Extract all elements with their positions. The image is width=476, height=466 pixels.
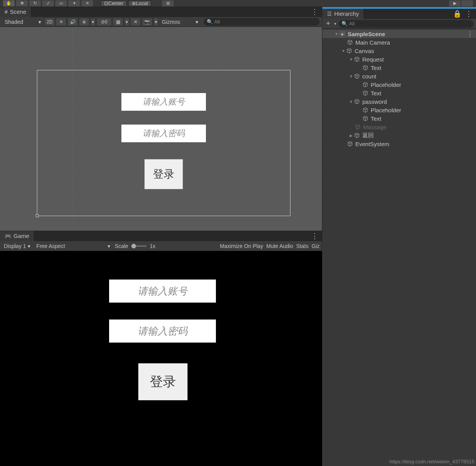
aspect-dropdown[interactable]: Free Aspect▾	[35, 243, 112, 249]
hierarchy-search-input[interactable]: 🔍 All	[338, 20, 474, 28]
display-dropdown[interactable]: Display 1▾	[2, 243, 32, 249]
scale-tool-icon[interactable]: ⤢	[42, 0, 54, 7]
gameobject-icon	[346, 48, 352, 54]
canvas-handle-icon[interactable]	[36, 214, 39, 217]
search-icon: 🔍	[207, 19, 213, 25]
rotate-tool-icon[interactable]: ↻	[29, 0, 41, 7]
hierarchy-item-main-camera[interactable]: Main Camera	[322, 38, 476, 47]
gameobject-icon	[354, 98, 360, 105]
scene-menu-icon[interactable]: ⋮	[467, 30, 476, 37]
chevron-down-icon: ▾	[108, 243, 110, 249]
chevron-down-icon: ▾	[28, 243, 30, 249]
chevron-down-icon: ▾	[196, 19, 198, 25]
hierarchy-tree: ▼ ◈ SampleScene ⋮ Main Camera ▼ Canvas ▼…	[322, 29, 476, 466]
game-toolbar: Display 1▾ Free Aspect▾ Scale 1x Maximiz…	[0, 241, 322, 251]
local-icon: ⊕	[132, 0, 136, 6]
hierarchy-item-back[interactable]: ▶ 返回	[322, 131, 476, 140]
canvas-bounds[interactable]	[37, 70, 290, 216]
center-icon: ⊡	[104, 0, 108, 6]
hierarchy-toolbar: + ▾ 🔍 All	[322, 19, 476, 29]
scene-viewport[interactable]: 请输入账号 请输入密码 登录	[0, 27, 322, 231]
scene-toolbar: Shaded▾ 2D ☀ 🔊 ※ ▾ ⊘0 ▦ ▾ ✕ 📷 ▾ Gizmos▾ …	[0, 17, 322, 27]
hierarchy-item-count-text[interactable]: Text	[322, 89, 476, 97]
foldout-icon[interactable]: ▼	[348, 74, 354, 78]
move-tool-icon[interactable]: ✥	[16, 0, 28, 7]
custom-tool-icon[interactable]: ✕	[81, 0, 93, 7]
scene-row[interactable]: ▼ ◈ SampleScene ⋮	[322, 30, 476, 38]
hierarchy-item-eventsystem[interactable]: EventSystem	[322, 140, 476, 148]
gameobject-icon	[362, 90, 368, 96]
hierarchy-item-password-text[interactable]: Text	[322, 114, 476, 123]
hierarchy-tab-header: ☰ Hierarchy 🔒 ⋮	[322, 9, 476, 19]
foldout-icon[interactable]: ▼	[348, 100, 354, 104]
hierarchy-item-canvas[interactable]: ▼ Canvas	[322, 47, 476, 55]
grid-icon[interactable]: ▦	[113, 18, 123, 26]
foldout-icon[interactable]: ▶	[348, 133, 354, 138]
gameobject-icon	[354, 132, 360, 138]
game-password-input[interactable]: 请输入密码	[109, 320, 216, 343]
scene-tab-menu-icon[interactable]: ⋮	[307, 8, 322, 16]
hierarchy-icon: ☰	[327, 11, 332, 17]
tools-icon[interactable]: ✕	[130, 18, 141, 26]
pause-button[interactable]	[461, 0, 473, 7]
game-login-button[interactable]: 登录	[138, 363, 187, 400]
lock-icon[interactable]: 🔒	[453, 10, 461, 18]
gameobject-icon	[347, 39, 353, 45]
hierarchy-item-password[interactable]: ▼ password	[322, 97, 476, 106]
chevron-down-icon[interactable]: ▾	[334, 22, 336, 26]
foldout-icon[interactable]: ▼	[334, 32, 339, 36]
login-button[interactable]: 登录	[144, 159, 183, 189]
scale-value: 1x	[150, 243, 156, 249]
foldout-icon[interactable]: ▼	[341, 49, 346, 53]
pivot-local-button[interactable]: ⊕Local	[128, 0, 151, 7]
gameobject-icon	[354, 56, 360, 62]
play-button[interactable]: ▶	[449, 0, 461, 7]
shading-mode-dropdown[interactable]: Shaded▾	[2, 19, 43, 25]
foldout-icon[interactable]: ▼	[348, 57, 354, 62]
hierarchy-item-password-placeholder[interactable]: Placeholder	[322, 106, 476, 114]
scene-tab[interactable]: # Scene	[0, 7, 31, 17]
gizmos-toggle[interactable]: Giz	[312, 243, 320, 249]
hierarchy-tab-menu-icon[interactable]: ⋮	[465, 10, 472, 18]
grid-dropdown-icon[interactable]: ▾	[124, 18, 129, 26]
snap-icon[interactable]: ⊞	[162, 0, 174, 7]
scene-icon: #	[5, 9, 8, 15]
chevron-down-icon: ▾	[38, 19, 41, 25]
transform-tool-icon[interactable]: ✦	[68, 0, 80, 7]
hierarchy-item-count-placeholder[interactable]: Placeholder	[322, 80, 476, 89]
search-icon: 🔍	[342, 21, 348, 27]
hierarchy-tab[interactable]: ☰ Hierarchy	[322, 9, 364, 19]
game-tab-header: 🎮 Game ⋮	[0, 231, 322, 241]
scene-search-input[interactable]: 🔍 All	[204, 18, 320, 26]
camera-icon[interactable]: 📷	[142, 18, 153, 26]
game-account-input[interactable]: 请输入账号	[109, 280, 216, 303]
gameobject-icon	[355, 124, 361, 130]
pivot-center-button[interactable]: ⊡Center	[101, 0, 127, 7]
game-tab-menu-icon[interactable]: ⋮	[307, 232, 322, 240]
hierarchy-item-request-text[interactable]: Text	[322, 63, 476, 72]
game-tab[interactable]: 🎮 Game	[0, 231, 34, 241]
fx-dropdown-icon[interactable]: ▾	[90, 18, 96, 26]
lighting-icon[interactable]: ☀	[56, 18, 66, 26]
hierarchy-item-massage[interactable]: Massage	[322, 123, 476, 131]
2d-toggle[interactable]: 2D	[44, 18, 55, 26]
account-input-field[interactable]: 请输入账号	[121, 93, 206, 111]
gameobject-icon	[354, 73, 360, 79]
rect-tool-icon[interactable]: ▭	[55, 0, 67, 7]
hidden-objects[interactable]: ⊘0	[96, 18, 112, 26]
audio-icon[interactable]: 🔊	[67, 18, 78, 26]
stats-toggle[interactable]: Stats	[296, 243, 308, 249]
password-input-field[interactable]: 请输入密码	[121, 125, 206, 142]
gizmos-dropdown[interactable]: Gizmos▾	[159, 19, 200, 25]
add-button[interactable]: +	[325, 20, 332, 28]
scale-slider[interactable]	[131, 245, 147, 247]
hierarchy-item-count[interactable]: ▼ count	[322, 72, 476, 80]
mute-toggle[interactable]: Mute Audio	[266, 243, 293, 249]
fx-icon[interactable]: ※	[79, 18, 90, 26]
hierarchy-item-request[interactable]: ▼ Request	[322, 55, 476, 63]
gamepad-icon: 🎮	[5, 233, 11, 239]
game-viewport: 请输入账号 请输入密码 登录	[0, 251, 322, 466]
maximize-toggle[interactable]: Maximize On Play	[220, 243, 263, 249]
hand-tool-icon[interactable]: ✋	[3, 0, 15, 7]
camera-dropdown-icon[interactable]: ▾	[153, 18, 159, 26]
